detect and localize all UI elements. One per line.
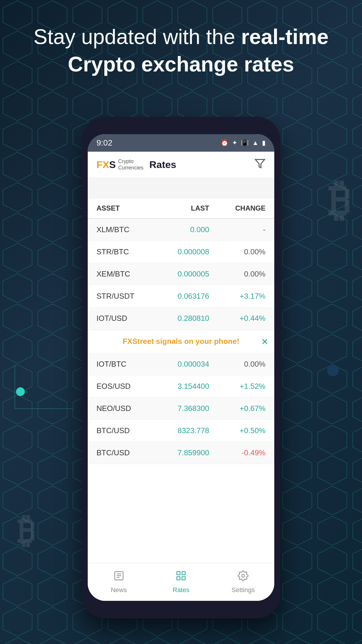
rates-table: ASSET LAST CHANGE XLM/BTC 0.000 - STR/BT… — [88, 198, 274, 563]
row-asset: EOS/USD — [96, 382, 153, 391]
status-icons: ⏰ ✦ 📳 ▲ ▮ — [221, 139, 266, 147]
row-change: - — [209, 225, 266, 234]
app-logo: FXS Crypto Currencies — [96, 158, 143, 171]
filter-button[interactable] — [254, 158, 266, 172]
nav-label-settings: Settings — [232, 586, 255, 594]
banner-close-button[interactable]: ✕ — [261, 336, 268, 346]
row-asset: BTC/USD — [96, 448, 153, 457]
promo-banner: FXStreet signals on your phone! ✕ — [88, 330, 274, 353]
alarm-icon: ⏰ — [221, 139, 229, 147]
status-time: 9:02 — [96, 138, 113, 148]
hero-line1: Stay updated with the — [34, 25, 235, 48]
row-change: +1.52% — [209, 382, 266, 391]
nav-item-rates[interactable]: Rates — [150, 563, 212, 601]
nav-label-rates: Rates — [173, 586, 189, 594]
row-asset: XEM/BTC — [96, 270, 153, 279]
circuit-dot-1 — [16, 387, 25, 396]
row-change: 0.00% — [209, 270, 266, 279]
table-row[interactable]: EOS/USD 3.154400 +1.52% — [88, 375, 274, 398]
settings-icon — [238, 570, 249, 584]
row-last: 3.154400 — [153, 382, 209, 391]
nav-item-settings[interactable]: Settings — [212, 563, 274, 601]
btc-icon-right: ₿ — [328, 175, 350, 225]
row-asset: IOT/USD — [96, 314, 153, 323]
row-asset: BTC/USD — [96, 426, 153, 435]
banner-text: FXStreet signals on your phone! — [123, 337, 239, 346]
circuit-line-2 — [15, 365, 15, 408]
table-row[interactable]: STR/USDT 0.063176 +3.17% — [88, 285, 274, 307]
phone-device: 9:02 ⏰ ✦ 📳 ▲ ▮ FXS Crypto Currencies Rat… — [82, 117, 280, 618]
row-last: 0.000008 — [153, 247, 209, 256]
table-row[interactable]: NEO/USD 7.368300 +0.67% — [88, 398, 274, 420]
row-last: 0.000 — [153, 225, 209, 234]
col-header-change: CHANGE — [209, 204, 266, 212]
app-title: Rates — [149, 159, 176, 170]
vibrate-icon: 📳 — [241, 139, 249, 147]
table-row[interactable]: IOT/USD 0.280810 +0.44% — [88, 307, 274, 330]
bluetooth-icon: ✦ — [232, 139, 237, 147]
svg-rect-8 — [182, 572, 185, 575]
logo-block: FXS — [96, 159, 116, 170]
news-icon — [113, 570, 124, 584]
row-last: 0.063176 — [153, 292, 209, 301]
svg-marker-2 — [255, 159, 265, 168]
svg-point-11 — [242, 574, 245, 577]
row-asset: STR/BTC — [96, 247, 153, 256]
circuit-line-1 — [15, 408, 73, 409]
table-row[interactable]: BTC/USD 8323.778 +0.50% — [88, 420, 274, 442]
table-row[interactable]: STR/BTC 0.000008 0.00% — [88, 241, 274, 263]
battery-icon: ▮ — [262, 139, 266, 147]
bottom-navigation: News Rates — [88, 563, 274, 601]
row-change: +0.50% — [209, 426, 266, 435]
row-last: 7.859900 — [153, 448, 209, 457]
hero-line2: Crypto exchange rates — [68, 52, 294, 76]
table-row[interactable]: IOT/BTC 0.000034 0.00% — [88, 353, 274, 375]
phone-screen: 9:02 ⏰ ✦ 📳 ▲ ▮ FXS Crypto Currencies Rat… — [88, 134, 274, 601]
nav-label-news: News — [111, 586, 127, 594]
row-change: 0.00% — [209, 247, 266, 256]
col-header-last: LAST — [153, 204, 209, 212]
table-row[interactable]: BTC/USD 7.859900 -0.49% — [88, 442, 274, 464]
row-last: 7.368300 — [153, 404, 209, 413]
col-header-asset: ASSET — [96, 204, 153, 212]
status-bar: 9:02 ⏰ ✦ 📳 ▲ ▮ — [88, 134, 274, 152]
svg-rect-10 — [182, 577, 185, 580]
row-last: 0.000034 — [153, 360, 209, 369]
table-row[interactable]: XLM/BTC 0.000 - — [88, 219, 274, 241]
row-asset: IOT/BTC — [96, 360, 153, 369]
hero-bold: real-time — [241, 25, 328, 48]
row-last: 8323.778 — [153, 426, 209, 435]
row-last: 0.280810 — [153, 314, 209, 323]
logo-fxs: FXS — [96, 159, 116, 170]
row-change: -0.49% — [209, 448, 266, 457]
row-asset: XLM/BTC — [96, 225, 153, 234]
row-change: +0.44% — [209, 314, 266, 323]
circuit-dot-4 — [327, 365, 339, 376]
search-area — [88, 178, 274, 198]
nav-item-news[interactable]: News — [88, 563, 150, 601]
row-last: 0.000005 — [153, 270, 209, 279]
row-asset: STR/USDT — [96, 292, 153, 301]
logo-sub1: Crypto — [118, 158, 143, 165]
rates-icon — [175, 570, 187, 584]
row-change: 0.00% — [209, 360, 266, 369]
row-change: +0.67% — [209, 404, 266, 413]
table-header-row: ASSET LAST CHANGE — [88, 198, 274, 219]
svg-rect-9 — [177, 577, 180, 580]
hero-text: Stay updated with the real-time Crypto e… — [0, 23, 362, 78]
btc-icon-left: ₿ — [17, 510, 35, 551]
row-asset: NEO/USD — [96, 404, 153, 413]
svg-rect-7 — [177, 572, 180, 575]
app-header: FXS Crypto Currencies Rates — [88, 152, 274, 178]
logo-subtitle: Crypto Currencies — [118, 158, 143, 171]
row-change: +3.17% — [209, 292, 266, 301]
logo-sub2: Currencies — [118, 165, 143, 171]
signal-icon: ▲ — [252, 139, 259, 147]
table-row[interactable]: XEM/BTC 0.000005 0.00% — [88, 263, 274, 285]
